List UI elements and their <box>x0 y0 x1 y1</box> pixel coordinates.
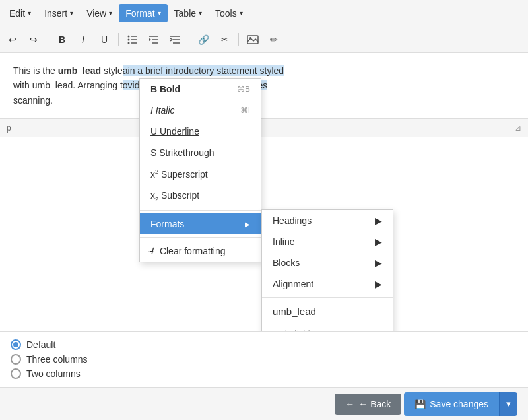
editor-highlighted-text: ain a brief introductory statement style… <box>123 65 284 76</box>
link-button[interactable]: 🔗 <box>193 30 213 49</box>
chevron-right-icon: ▶ <box>375 258 382 268</box>
format-italic[interactable]: I Italic ⌘I <box>140 100 261 121</box>
chevron-down-icon: ▾ <box>109 9 112 17</box>
toolbar: ↩ ↪ B I U 🔗 ✂ ✏ <box>0 26 528 53</box>
save-dropdown-button[interactable]: ▾ <box>499 392 517 416</box>
underline-button[interactable]: U <box>94 30 114 49</box>
outdent-button[interactable] <box>144 30 164 49</box>
dropdown-divider <box>140 210 261 211</box>
editor-text-before: This is the <box>13 65 58 76</box>
back-button[interactable]: ← ← Back <box>335 394 401 415</box>
image-button[interactable] <box>243 30 263 49</box>
italic-button[interactable]: I <box>73 30 93 49</box>
menu-tools[interactable]: Tools ▾ <box>209 4 249 22</box>
format-formats[interactable]: Formats ▶ <box>140 213 261 234</box>
unordered-list-button[interactable] <box>123 30 143 49</box>
menu-bar: Edit ▾ Insert ▾ View ▾ Format ▾ Table ▾ … <box>0 0 528 26</box>
editor-text-with: with umb_lead. Arranging t <box>13 80 123 90</box>
undo-button[interactable]: ↩ <box>3 30 22 49</box>
save-button-group: 💾 Save changes ▾ <box>404 392 517 416</box>
radio-circle-two-columns <box>11 368 21 379</box>
submenu-umb-light[interactable]: umb_light <box>262 322 393 331</box>
radio-group: Default Three columns Two columns <box>11 339 517 379</box>
chevron-right-icon: ▶ <box>375 215 382 226</box>
chevron-right-icon: ▶ <box>375 279 382 289</box>
svg-point-3 <box>128 35 130 37</box>
format-strikethrough[interactable]: S Strikethrough <box>140 142 261 163</box>
submenu-inline[interactable]: Inline ▶ <box>262 231 393 252</box>
format-underline[interactable]: U Underline <box>140 121 261 142</box>
format-superscript[interactable]: x2 Superscript <box>140 163 261 185</box>
format-bold[interactable]: B Bold ⌘B <box>140 79 261 100</box>
svg-point-5 <box>128 42 130 44</box>
menu-edit[interactable]: Edit ▾ <box>3 4 38 22</box>
save-button[interactable]: 💾 Save changes <box>404 392 499 416</box>
chevron-down-icon: ▾ <box>240 9 243 17</box>
status-tag: p <box>7 123 11 133</box>
menu-format[interactable]: Format ▾ <box>119 4 167 22</box>
menu-view[interactable]: View ▾ <box>80 4 119 22</box>
chevron-down-icon: ▾ <box>70 9 73 17</box>
chevron-right-icon: ▶ <box>245 221 250 228</box>
back-arrow-icon: ← <box>345 399 354 409</box>
radio-three-columns[interactable]: Three columns <box>11 354 517 365</box>
menu-insert[interactable]: Insert ▾ <box>38 4 80 22</box>
chevron-down-icon: ▾ <box>506 399 511 409</box>
chevron-down-icon: ▾ <box>199 9 202 17</box>
chevron-down-icon: ▾ <box>158 9 161 17</box>
unlink-button[interactable]: ✂ <box>214 30 234 49</box>
radio-two-columns[interactable]: Two columns <box>11 368 517 379</box>
chevron-right-icon: ▶ <box>375 236 382 247</box>
submenu-divider <box>262 297 393 298</box>
toolbar-separator <box>189 33 189 46</box>
dropdown-divider <box>140 237 261 238</box>
editor-text-end: scanning. <box>13 95 53 106</box>
redo-button[interactable]: ↪ <box>24 30 44 49</box>
editor-bold-text: umb_lead <box>58 65 101 76</box>
chevron-down-icon: ▾ <box>28 9 31 17</box>
footer: ← ← Back 💾 Save changes ▾ <box>0 387 528 420</box>
indent-button[interactable] <box>165 30 185 49</box>
submenu-blocks[interactable]: Blocks ▶ <box>262 252 393 273</box>
format-subscript[interactable]: x2 Subscript <box>140 185 261 208</box>
editor-area[interactable]: This is the umb_lead styleain a brief in… <box>0 53 528 118</box>
resize-handle[interactable]: ⊿ <box>515 123 521 133</box>
bold-button[interactable]: B <box>52 30 72 49</box>
editor-container: Edit ▾ Insert ▾ View ▾ Format ▾ Table ▾ … <box>0 0 528 420</box>
submenu-headings[interactable]: Headings ▶ <box>262 210 393 231</box>
radio-circle-three-columns <box>11 354 21 365</box>
menu-table[interactable]: Table ▾ <box>168 4 209 22</box>
svg-point-4 <box>128 38 130 40</box>
editor-text-style: style <box>101 65 123 76</box>
status-bar: p ⊿ <box>0 118 528 137</box>
toolbar-separator <box>238 33 239 46</box>
bottom-panel: Default Three columns Two columns <box>0 331 528 387</box>
radio-circle-default <box>11 339 21 350</box>
pen-button[interactable]: ✏ <box>264 30 284 49</box>
toolbar-separator <box>118 33 119 46</box>
formats-submenu: Headings ▶ Inline ▶ Blocks ▶ Alignment ▶… <box>261 209 393 331</box>
format-dropdown: B Bold ⌘B I Italic ⌘I U Underline S Stri… <box>139 78 261 262</box>
format-clear[interactable]: I̶ Clear formatting <box>140 240 261 262</box>
radio-default[interactable]: Default <box>11 339 517 350</box>
submenu-umb-lead[interactable]: umb_lead <box>262 300 393 322</box>
save-icon: 💾 <box>414 399 426 409</box>
submenu-alignment[interactable]: Alignment ▶ <box>262 273 393 295</box>
toolbar-separator <box>48 33 48 46</box>
